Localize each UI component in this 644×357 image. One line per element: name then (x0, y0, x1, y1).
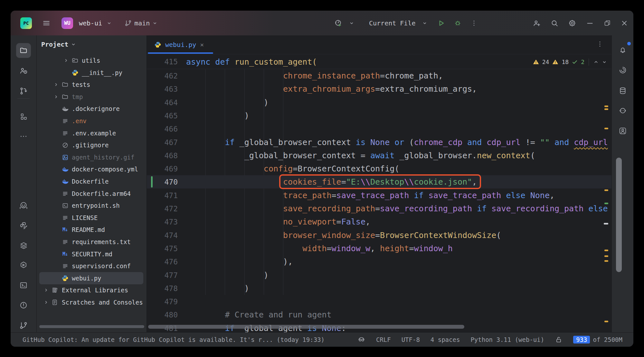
tree-item-dockerfile-arm64[interactable]: Dockerfile.arm64 (39, 188, 143, 200)
expand-chevron-icon[interactable] (52, 82, 60, 87)
warning-icon[interactable] (533, 59, 539, 65)
huggingface-tool-button[interactable] (16, 198, 31, 213)
profiler-chevron-icon[interactable] (349, 21, 354, 26)
code-line-480[interactable]: 480 # Create and run agent (147, 308, 611, 321)
prev-problem-icon[interactable] (593, 59, 599, 65)
code-line-476[interactable]: 476 ), (147, 255, 611, 268)
packages-tool-button[interactable] (16, 238, 31, 253)
main-menu-icon[interactable] (42, 19, 51, 27)
minimize-button[interactable] (586, 19, 594, 27)
more-run-options-icon[interactable] (470, 19, 478, 27)
line-ending-widget[interactable]: CRLF (376, 336, 391, 343)
tree-item--env-example[interactable]: .env.example (39, 127, 143, 139)
warning-icon-2[interactable] (552, 59, 559, 65)
tree-item-requirements-txt[interactable]: requirements.txt (39, 236, 143, 248)
code-line-472[interactable]: 472 save_recording_path=save_recording_p… (147, 202, 611, 215)
profiler-icon[interactable] (334, 19, 343, 27)
tree-item-docker-compose-yml[interactable]: docker-compose.yml (39, 163, 143, 175)
code-view[interactable]: 462 chrome_instance_path=chrome_path,463… (147, 69, 611, 333)
code-line-474[interactable]: 474 browser_window_size=BrowserContextWi… (147, 229, 611, 242)
indent-widget[interactable]: 4 spaces (431, 336, 460, 343)
memory-indicator[interactable]: 933 of 2500M (573, 336, 622, 343)
copilot-status-icon[interactable] (357, 336, 365, 344)
tree-item-readme-md[interactable]: M↓README.md (39, 224, 143, 236)
tree-item--env[interactable]: .env (39, 115, 143, 127)
tree-item-license[interactable]: LICENSE (39, 212, 143, 224)
tree-item-external-libraries[interactable]: External Libraries (39, 284, 143, 296)
status-message[interactable]: GitHub Copilot: An update for GitHub Cop… (23, 336, 325, 343)
tab-webui-py[interactable]: webui.py × (148, 35, 209, 54)
expand-chevron-icon[interactable] (62, 58, 70, 63)
encoding-widget[interactable]: UTF-8 (402, 336, 420, 343)
editor-horizontal-scrollbar[interactable] (148, 325, 464, 329)
code-line-478[interactable]: 478 ) (147, 282, 611, 295)
ai-assistant-tool-button[interactable] (615, 63, 630, 78)
copilot-chat-tool-button[interactable] (615, 103, 630, 118)
tree-item-agent-history-gif[interactable]: agent_history.gif (39, 151, 143, 163)
tab-close-icon[interactable]: × (200, 41, 204, 49)
tree-item-tmp[interactable]: tmp (39, 91, 143, 103)
code-line-469[interactable]: 469 config=BrowserContextConfig( (147, 162, 611, 175)
code-with-me-icon[interactable] (533, 19, 541, 27)
services-tool-button[interactable] (16, 258, 31, 272)
database-tool-button[interactable] (615, 83, 630, 98)
python-console-tool-button[interactable] (16, 218, 31, 233)
project-avatar[interactable]: WU (62, 17, 73, 29)
change-marker[interactable] (151, 176, 153, 188)
code-line-473[interactable]: 473 no_viewport=False, (147, 215, 611, 228)
run-config-selector[interactable]: Current File (369, 19, 416, 27)
structure-tool-button[interactable] (16, 109, 31, 124)
tree-item-security-md[interactable]: M↓SECURITY.md (39, 248, 143, 260)
close-button[interactable] (620, 19, 628, 27)
lock-icon[interactable] (555, 336, 563, 343)
project-tool-button[interactable] (16, 43, 31, 58)
code-line-468[interactable]: 468 _global_browser_context = await _glo… (147, 149, 611, 162)
project-name[interactable]: web-ui (79, 19, 102, 27)
notifications-tool-button[interactable] (615, 43, 630, 58)
terminal-tool-button[interactable] (16, 278, 31, 293)
code-line-467[interactable]: 467 if _global_browser_context is None o… (147, 136, 611, 149)
tree-item-dockerfile[interactable]: Dockerfile (39, 175, 143, 188)
tree-item-entrypoint-sh[interactable]: entrypoint.sh (39, 199, 143, 212)
expand-chevron-icon[interactable] (42, 288, 50, 293)
code-line-475[interactable]: 475 width=window_w, height=window_h (147, 242, 611, 255)
interpreter-widget[interactable]: Python 3.11 (web-ui) (470, 336, 544, 343)
next-problem-icon[interactable] (602, 60, 607, 65)
code-line-462[interactable]: 462 chrome_instance_path=chrome_path, (147, 69, 611, 82)
more-tool-button[interactable] (16, 129, 31, 144)
project-chevron-icon[interactable] (107, 21, 112, 26)
tree-item-scratches-and-consoles[interactable]: Scratches and Consoles (39, 296, 143, 308)
editor-vertical-scrollbar[interactable] (616, 158, 622, 272)
tab-options-icon[interactable] (596, 40, 604, 48)
vcs-widget[interactable]: main (125, 19, 157, 27)
debug-button[interactable] (454, 19, 462, 27)
version-control-tool-button[interactable] (16, 318, 31, 333)
code-line-477[interactable]: 477 ) (147, 269, 611, 282)
profile-tool-button[interactable] (615, 124, 630, 138)
code-line-466[interactable]: 466 (147, 122, 611, 135)
restore-button[interactable] (603, 19, 611, 27)
run-config-chevron-icon[interactable] (422, 21, 427, 26)
search-everywhere-icon[interactable] (550, 19, 559, 27)
code-line-471[interactable]: 471 trace_path=save_trace_path if save_t… (147, 189, 611, 202)
tree-item--gitignore[interactable]: .gitignore (39, 139, 143, 151)
tree-item--dockerignore[interactable]: .dockerignore (39, 103, 143, 115)
tree-item--init-py[interactable]: __init__.py (39, 67, 143, 79)
sticky-line[interactable]: 415async def run_custom_agent( 24 18 2 (147, 55, 611, 69)
expand-chevron-icon[interactable] (42, 300, 50, 305)
run-button[interactable] (437, 19, 445, 27)
tree-item-webui-py[interactable]: webui.py (39, 272, 143, 284)
code-line-465[interactable]: 465 ) (147, 109, 611, 122)
expand-chevron-icon[interactable] (52, 94, 60, 99)
users-help-tool-button[interactable] (16, 63, 31, 78)
check-icon[interactable] (572, 59, 578, 65)
code-line-464[interactable]: 464 ) (147, 96, 611, 109)
tree-item-utils[interactable]: utils (39, 54, 143, 67)
settings-gear-icon[interactable] (568, 19, 576, 27)
project-panel-header[interactable]: Project (37, 35, 147, 53)
code-line-479[interactable]: 479 (147, 295, 611, 308)
tree-item-supervisord-conf[interactable]: supervisord.conf (39, 260, 143, 272)
tree-horizontal-scrollbar[interactable] (39, 325, 144, 328)
tree-item-tests[interactable]: tests (39, 78, 143, 91)
problems-tool-button[interactable] (16, 298, 31, 313)
